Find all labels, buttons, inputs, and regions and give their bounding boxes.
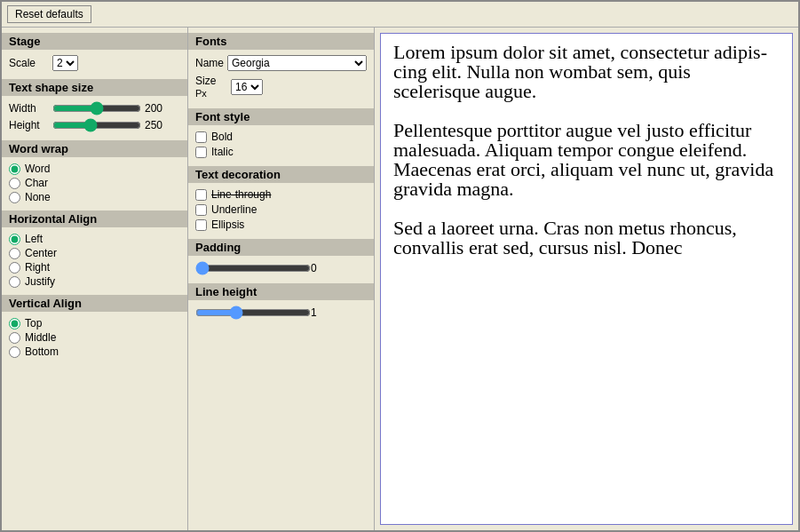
width-row: Width 200	[9, 101, 180, 115]
word-wrap-body: Word Char None	[2, 161, 187, 210]
content-area: Stage Scale 1 2 3 4 Text shape size Widt…	[2, 28, 798, 530]
underline-checkbox[interactable]	[195, 204, 207, 216]
padding-body: 0	[188, 259, 374, 283]
word-wrap-char-radio[interactable]	[9, 178, 20, 189]
horizontal-align-body: Left Center Right Justify	[2, 231, 187, 295]
v-align-top-row: Top	[9, 317, 180, 330]
h-align-right-radio[interactable]	[9, 262, 20, 274]
linethrough-label: Line-through	[211, 188, 271, 201]
main-window: Reset defaults Stage Scale 1 2 3 4 Text …	[0, 0, 800, 532]
text-shape-size-header: Text shape size	[2, 79, 187, 96]
h-align-left-label: Left	[25, 233, 43, 245]
height-row: Height 250	[9, 118, 180, 132]
v-align-bottom-label: Bottom	[25, 345, 59, 358]
scale-row: Scale 1 2 3 4	[9, 55, 180, 71]
h-align-right-row: Right	[9, 261, 180, 274]
h-align-center-row: Center	[9, 247, 180, 259]
reset-defaults-button[interactable]: Reset defaults	[7, 5, 91, 23]
word-wrap-word-radio[interactable]	[9, 163, 20, 175]
h-align-justify-row: Justify	[9, 275, 180, 288]
word-wrap-none-radio[interactable]	[9, 192, 20, 203]
bold-row: Bold	[195, 131, 367, 143]
padding-slider[interactable]	[195, 261, 311, 275]
linethrough-row: Line-through	[195, 188, 367, 201]
stage-header: Stage	[2, 33, 187, 50]
h-align-right-label: Right	[25, 261, 50, 274]
word-wrap-char-label: Char	[25, 177, 48, 189]
middle-panel: Fonts Name Arial Georgia Times New Roman…	[188, 28, 375, 530]
linethrough-checkbox[interactable]	[195, 189, 207, 201]
v-align-middle-label: Middle	[25, 331, 56, 344]
line-height-slider[interactable]	[195, 306, 311, 320]
ellipsis-label: Ellipsis	[211, 218, 244, 231]
v-align-top-label: Top	[25, 317, 42, 330]
v-align-bottom-radio[interactable]	[9, 346, 20, 358]
word-wrap-char-row: Char	[9, 177, 180, 189]
height-slider[interactable]	[52, 118, 141, 132]
height-value: 250	[145, 119, 166, 131]
width-slider-container: 200	[49, 101, 180, 115]
line-height-slider-row: 1	[195, 306, 367, 320]
bold-checkbox[interactable]	[195, 131, 207, 143]
line-height-value: 1	[311, 306, 332, 319]
h-align-justify-radio[interactable]	[9, 276, 20, 288]
line-height-body: 1	[188, 304, 374, 328]
font-style-header: Font style	[188, 108, 374, 125]
scale-select[interactable]: 1 2 3 4	[52, 55, 78, 71]
height-label: Height	[9, 119, 49, 131]
font-name-row: Name Arial Georgia Times New Roman Verda…	[195, 55, 367, 71]
h-align-left-row: Left	[9, 233, 180, 245]
horizontal-align-header: Horizontal Align	[2, 210, 187, 227]
height-slider-container: 250	[49, 118, 180, 132]
h-align-center-label: Center	[25, 247, 57, 259]
width-value: 200	[145, 102, 166, 115]
font-name-select[interactable]: Arial Georgia Times New Roman Verdana Co…	[227, 55, 367, 71]
padding-value: 0	[311, 262, 332, 274]
h-align-justify-label: Justify	[25, 275, 55, 288]
line-height-header: Line height	[188, 283, 374, 300]
font-size-row: SizePx 8101214 161820 242832	[195, 75, 367, 99]
word-wrap-none-label: None	[25, 191, 51, 203]
font-size-label: SizePx	[195, 75, 227, 99]
underline-label: Underline	[211, 203, 257, 216]
text-decoration-header: Text decoration	[188, 166, 374, 183]
vertical-align-header: Vertical Align	[2, 295, 187, 312]
fonts-body: Name Arial Georgia Times New Roman Verda…	[188, 53, 374, 108]
text-shape-size-body: Width 200 Height 250	[2, 99, 187, 140]
scale-label: Scale	[9, 57, 49, 69]
underline-row: Underline	[195, 203, 367, 216]
stage-body: Scale 1 2 3 4	[2, 53, 187, 79]
italic-row: Italic	[195, 146, 367, 158]
padding-slider-row: 0	[195, 261, 367, 275]
v-align-top-radio[interactable]	[9, 318, 20, 330]
width-label: Width	[9, 102, 49, 115]
v-align-middle-row: Middle	[9, 331, 180, 344]
italic-label: Italic	[211, 146, 234, 158]
font-size-select[interactable]: 8101214 161820 242832	[231, 79, 263, 95]
bold-label: Bold	[211, 131, 233, 143]
preview-text: Lorem ipsum dolor sit amet, consectetur …	[393, 43, 780, 258]
left-panel: Stage Scale 1 2 3 4 Text shape size Widt…	[2, 28, 188, 530]
h-align-center-radio[interactable]	[9, 248, 20, 259]
word-wrap-word-label: Word	[25, 163, 50, 175]
text-decoration-body: Line-through Underline Ellipsis	[188, 187, 374, 239]
v-align-bottom-row: Bottom	[9, 345, 180, 358]
word-wrap-header: Word wrap	[2, 140, 187, 157]
width-slider[interactable]	[52, 101, 141, 115]
ellipsis-row: Ellipsis	[195, 218, 367, 231]
word-wrap-none-row: None	[9, 191, 180, 203]
fonts-header: Fonts	[188, 33, 374, 50]
toolbar: Reset defaults	[2, 2, 798, 28]
word-wrap-word-row: Word	[9, 163, 180, 175]
italic-checkbox[interactable]	[195, 147, 207, 158]
h-align-left-radio[interactable]	[9, 234, 20, 245]
preview-panel: Lorem ipsum dolor sit amet, consectetur …	[380, 33, 793, 525]
ellipsis-checkbox[interactable]	[195, 219, 207, 231]
padding-header: Padding	[188, 239, 374, 256]
font-name-label: Name	[195, 57, 227, 69]
v-align-middle-radio[interactable]	[9, 332, 20, 344]
font-style-body: Bold Italic	[188, 129, 374, 166]
vertical-align-body: Top Middle Bottom	[2, 315, 187, 365]
